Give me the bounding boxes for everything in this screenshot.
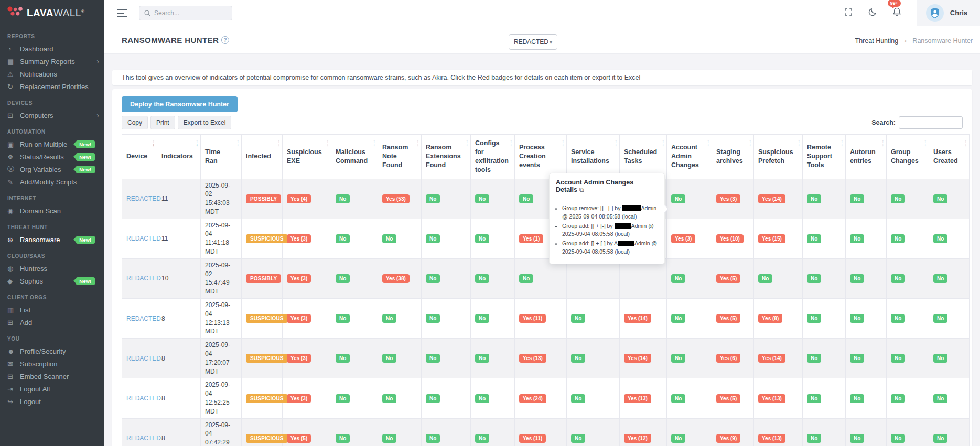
status-badge[interactable]: Yes (14)	[624, 314, 651, 323]
sort-icon[interactable]: ↑↓	[278, 139, 281, 147]
status-badge[interactable]: Yes (5)	[287, 434, 311, 443]
sidebar-item-subscription[interactable]: ✉Subscription	[0, 357, 104, 370]
sidebar-item-profile-security[interactable]: ☻Profile/Security	[0, 345, 104, 357]
status-badge[interactable]: Yes (5)	[716, 274, 740, 283]
column-header-infected[interactable]: Infected↑↓	[242, 135, 283, 179]
sort-icon[interactable]: ↑↓	[373, 139, 376, 147]
global-search-input[interactable]	[154, 9, 222, 17]
status-badge[interactable]: Yes (10)	[716, 234, 744, 243]
column-header-ransom-extensions-found[interactable]: Ransom Extensions Found↑↓	[422, 135, 471, 179]
status-badge[interactable]: Yes (14)	[758, 194, 785, 203]
sidebar-item-sophos[interactable]: ◆SophosNew!	[0, 275, 104, 287]
device-link[interactable]: REDACTED	[126, 434, 161, 442]
status-badge[interactable]: Yes (3)	[287, 354, 311, 363]
column-header-account-admin-changes[interactable]: Account Admin Changes↑↓	[667, 135, 712, 179]
sidebar-item-add[interactable]: ⊞Add	[0, 316, 104, 329]
status-badge[interactable]: Yes (14)	[758, 354, 785, 363]
sidebar-toggle-icon[interactable]	[117, 7, 127, 19]
print-button[interactable]: Print	[150, 116, 175, 129]
status-badge[interactable]: Yes (11)	[519, 434, 546, 443]
global-search[interactable]	[139, 6, 232, 20]
sort-icon[interactable]: ↑↓	[662, 139, 665, 147]
sort-icon[interactable]: ↑↓	[153, 139, 155, 147]
column-header-process-creation[interactable]: Process Creation events↑↓	[515, 135, 567, 179]
notifications-bell-icon[interactable]: 99+	[892, 7, 902, 19]
sidebar-item-notifications[interactable]: ⚠Notifications	[0, 68, 104, 80]
status-badge[interactable]: Yes (11)	[519, 314, 546, 323]
status-badge[interactable]: Yes (13)	[758, 394, 785, 403]
status-badge[interactable]: Yes (5)	[716, 394, 740, 403]
status-badge[interactable]: Yes (3)	[671, 234, 695, 243]
sort-icon[interactable]: ↑↓	[510, 139, 513, 147]
sort-icon[interactable]: ↑↓	[327, 139, 329, 147]
sidebar-item-dashboard[interactable]: ◔Dashboard	[0, 42, 104, 55]
copy-to-clipboard-icon[interactable]: ⧉	[579, 186, 584, 193]
sort-icon[interactable]: ↑↓	[841, 139, 844, 147]
dark-mode-moon-icon[interactable]	[868, 7, 877, 19]
sidebar-item-domain-scan[interactable]: ◉Domain Scan	[0, 204, 104, 217]
fullscreen-icon[interactable]	[844, 7, 853, 19]
column-header-suspicious-prefetch[interactable]: Suspicious Prefetch↑↓	[754, 135, 803, 179]
sidebar-item-run-on-multiple[interactable]: ▣Run on MultipleNew!	[0, 138, 104, 150]
status-badge[interactable]: Yes (4)	[287, 194, 311, 203]
status-badge[interactable]: Yes (3)	[287, 234, 311, 243]
column-header-remote-support-tools[interactable]: Remote Support Tools↑↓	[803, 135, 846, 179]
sort-icon[interactable]: ↑↓	[749, 139, 752, 147]
sort-icon[interactable]: ↑↓	[196, 139, 199, 147]
status-badge[interactable]: Yes (3)	[287, 314, 311, 323]
device-link[interactable]: REDACTED	[126, 235, 161, 242]
lavawall-logo[interactable]: LAVAWALL®	[0, 0, 104, 26]
status-badge[interactable]: Yes (8)	[758, 314, 782, 323]
column-header-autorun-entries[interactable]: Autorun entries↑↓	[846, 135, 887, 179]
status-badge[interactable]: Yes (38)	[382, 274, 410, 283]
device-link[interactable]: REDACTED	[126, 275, 161, 282]
org-selector[interactable]: REDACTED ▾	[509, 34, 557, 50]
deploy-ransomware-hunter-button[interactable]: Deploy the Ransomware Hunter	[122, 96, 238, 112]
status-badge[interactable]: Yes (24)	[519, 394, 546, 403]
status-badge[interactable]: Yes (3)	[287, 274, 311, 283]
sidebar-item-logout-all[interactable]: ⇥Logout All	[0, 383, 104, 395]
column-header-group-changes[interactable]: Group Changes↑↓	[887, 135, 929, 179]
column-header-suspicious-exe[interactable]: Suspicious EXE↑↓	[283, 135, 331, 179]
sidebar-item-huntress[interactable]: ◍Huntress	[0, 262, 104, 275]
device-link[interactable]: REDACTED	[126, 355, 161, 362]
status-badge[interactable]: Yes (53)	[382, 194, 410, 203]
status-badge[interactable]: Yes (14)	[624, 354, 651, 363]
status-badge[interactable]: Yes (15)	[758, 234, 785, 243]
status-badge[interactable]: POSSIBLY	[246, 274, 281, 283]
status-badge[interactable]: SUSPICIOUS	[246, 354, 288, 363]
device-link[interactable]: REDACTED	[126, 395, 161, 402]
sidebar-item-logout[interactable]: ↪Logout	[0, 395, 104, 408]
column-header-users-created[interactable]: Users Created↑↓	[929, 135, 970, 179]
status-badge[interactable]: Yes (9)	[716, 434, 740, 443]
sidebar-item-list[interactable]: ▦List	[0, 303, 104, 316]
status-badge[interactable]: Yes (5)	[716, 314, 740, 323]
sort-icon[interactable]: ↑↓	[466, 139, 469, 147]
column-header-scheduled-tasks[interactable]: Scheduled Tasks↑↓	[620, 135, 667, 179]
status-badge[interactable]: Yes (12)	[624, 434, 651, 443]
status-badge[interactable]: Yes (6)	[716, 354, 740, 363]
sort-icon[interactable]: ↑↓	[882, 139, 885, 147]
status-badge[interactable]: POSSIBLY	[246, 194, 281, 203]
sidebar-item-computers[interactable]: ⊡Computers›	[0, 109, 104, 122]
device-link[interactable]: REDACTED	[126, 315, 161, 322]
status-badge[interactable]: SUSPICIOUS	[246, 234, 288, 243]
column-header-ransom-note-found[interactable]: Ransom Note Found↑↓	[378, 135, 422, 179]
sort-icon[interactable]: ↑↓	[615, 139, 618, 147]
table-search-input[interactable]	[899, 116, 963, 129]
user-menu[interactable]: Chris	[917, 0, 980, 26]
sort-icon[interactable]: ↑↓	[237, 139, 240, 147]
status-badge[interactable]: SUSPICIOUS	[246, 434, 288, 443]
sidebar-item-status-results[interactable]: ❖Status/ResultsNew!	[0, 150, 104, 163]
column-header-staging-archives[interactable]: Staging archives↑↓	[712, 135, 754, 179]
column-header-malicious-command[interactable]: Malicious Command↑↓	[331, 135, 378, 179]
column-header-device[interactable]: Device↑↓	[122, 135, 157, 179]
sort-icon[interactable]: ↑↓	[707, 139, 710, 147]
column-header-time-ran[interactable]: Time Ran↑↓	[201, 135, 242, 179]
breadcrumb-threat-hunting[interactable]: Threat Hunting	[855, 37, 899, 45]
status-badge[interactable]: Yes (13)	[624, 394, 651, 403]
help-icon[interactable]: ?	[221, 36, 229, 44]
sort-icon[interactable]: ↑↓	[798, 139, 801, 147]
export-to-excel-button[interactable]: Export to Excel	[178, 116, 232, 129]
sidebar-item-org-variables[interactable]: ⓧOrg VariablesNew!	[0, 163, 104, 176]
